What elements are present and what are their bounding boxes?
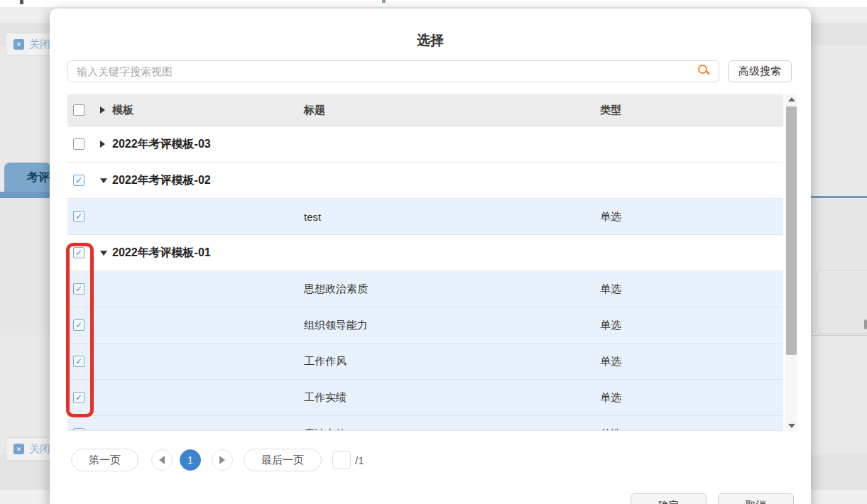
background-panel-outline <box>817 270 867 334</box>
close-label: 关闭 <box>29 38 50 51</box>
table-header-row: 模板 标题 类型 <box>67 94 783 126</box>
table-row-template-03[interactable]: 2022年考评模板-03 <box>67 126 783 163</box>
column-header-type: 类型 <box>600 104 621 117</box>
cancel-button[interactable]: 取消 <box>718 493 794 504</box>
ok-button[interactable]: 确定 <box>631 493 707 504</box>
left-arrow-icon <box>159 456 165 464</box>
item-title: 工作实绩 <box>304 391 347 405</box>
next-page-button[interactable] <box>212 449 233 471</box>
search-icon <box>698 65 709 76</box>
chevron-down-icon[interactable] <box>100 178 107 183</box>
item-type: 单选 <box>600 391 621 405</box>
row-checkbox[interactable]: ✓ <box>73 247 84 258</box>
table-row-item-partial[interactable]: ✓ 廉洁自律 单选 <box>67 416 783 431</box>
item-type: 单选 <box>600 283 621 296</box>
scrollbar-thumb[interactable] <box>786 106 797 355</box>
table-row-template-01[interactable]: ✓ 2022年考评模板-01 <box>67 235 783 271</box>
background-divider <box>812 335 867 336</box>
table-row-item[interactable]: ✓ 工作作风 单选 <box>67 344 783 380</box>
item-title: 组织领导能力 <box>304 319 368 332</box>
right-arrow-icon <box>219 456 225 464</box>
last-page-button[interactable]: 最后一页 <box>244 449 322 471</box>
row-checkbox[interactable]: ✓ <box>73 392 84 403</box>
template-name: 2022年考评模板-01 <box>112 246 211 261</box>
page-total-label: /1 <box>355 454 364 466</box>
top-strip-mark <box>382 0 386 3</box>
item-title: 工作作风 <box>304 355 347 368</box>
select-all-checkbox[interactable] <box>73 104 84 116</box>
item-title: test <box>304 211 321 223</box>
table-row-item[interactable]: ✓ 工作实绩 单选 <box>67 380 783 416</box>
row-checkbox[interactable]: ✓ <box>73 428 84 431</box>
page-number-input[interactable] <box>332 451 351 469</box>
template-table: 模板 标题 类型 2022年考评模板-03 ✓ 2022年考评模板-02 ✓ t… <box>67 94 797 431</box>
dialog-footer: 确定 取消 <box>631 493 794 504</box>
scrollbar-handle[interactable] <box>864 319 867 329</box>
row-checkbox[interactable]: ✓ <box>73 211 84 222</box>
search-button[interactable] <box>691 63 716 80</box>
table-row-template-02[interactable]: ✓ 2022年考评模板-02 <box>67 163 783 199</box>
browser-top-strip <box>0 0 867 7</box>
search-input[interactable] <box>67 60 719 82</box>
table-row-item[interactable]: ✓ 思想政治素质 单选 <box>67 271 783 307</box>
item-type: 单选 <box>600 319 621 332</box>
close-x-icon: ✕ <box>13 39 24 50</box>
advanced-search-button[interactable]: 高级搜索 <box>728 60 792 82</box>
top-strip-mark <box>20 0 23 4</box>
item-type: 单选 <box>600 210 621 224</box>
table-row-item-test[interactable]: ✓ test 单选 <box>67 199 783 235</box>
search-row: 高级搜索 <box>67 60 793 82</box>
close-x-icon: ✕ <box>13 444 24 454</box>
item-title: 思想政治素质 <box>304 283 368 296</box>
pagination: 第一页 1 最后一页 /1 <box>71 449 364 471</box>
table-scrollbar[interactable] <box>785 94 797 431</box>
close-label: 关闭 <box>29 442 50 456</box>
column-header-template: 模板 <box>112 104 133 117</box>
select-dialog: 选择 高级搜索 模板 标题 类型 2022年考评模板-03 <box>50 9 811 504</box>
chevron-right-icon[interactable] <box>100 106 105 114</box>
scroll-up-arrow[interactable] <box>785 94 797 104</box>
row-checkbox[interactable]: ✓ <box>73 319 84 331</box>
row-checkbox[interactable]: ✓ <box>73 175 84 186</box>
template-name: 2022年考评模板-02 <box>112 173 211 188</box>
tab-active-underline <box>0 192 55 197</box>
item-type: 单选 <box>600 355 621 368</box>
dialog-title: 选择 <box>50 31 811 50</box>
template-name: 2022年考评模板-03 <box>112 137 211 152</box>
tab-kaoping-label: 考评 <box>27 170 50 185</box>
tab-kaoping[interactable]: 考评 <box>4 163 51 193</box>
chevron-down-icon[interactable] <box>100 251 107 256</box>
column-header-title: 标题 <box>304 104 325 117</box>
current-page-indicator[interactable]: 1 <box>180 449 201 471</box>
row-checkbox[interactable] <box>73 138 84 150</box>
scroll-down-arrow[interactable] <box>785 421 797 431</box>
table-row-item[interactable]: ✓ 组织领导能力 单选 <box>67 307 783 344</box>
item-type: 单选 <box>600 427 621 432</box>
chevron-right-icon[interactable] <box>100 141 105 148</box>
prev-page-button[interactable] <box>151 449 173 471</box>
item-title: 廉洁自律 <box>304 427 347 432</box>
first-page-button[interactable]: 第一页 <box>71 449 138 471</box>
row-checkbox[interactable]: ✓ <box>73 283 84 295</box>
row-checkbox[interactable]: ✓ <box>73 356 84 367</box>
